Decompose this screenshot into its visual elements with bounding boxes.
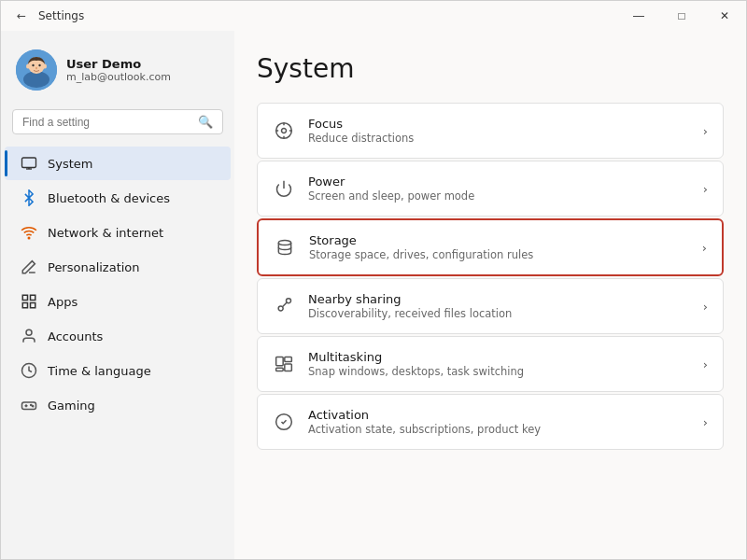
nav-icon-bluetooth (20, 189, 38, 207)
svg-point-16 (26, 329, 32, 335)
nav-label-network: Network & internet (48, 226, 163, 240)
nav-label-time: Time & language (48, 364, 151, 378)
settings-item-nearby-sharing[interactable]: Nearby sharing Discoverability, received… (257, 278, 724, 334)
nav-label-gaming: Gaming (48, 399, 95, 413)
maximize-button[interactable]: □ (660, 1, 703, 31)
settings-icon-power (273, 177, 295, 200)
settings-item-activation[interactable]: Activation Activation state, subscriptio… (257, 394, 724, 450)
settings-title-nearby-sharing: Nearby sharing (308, 292, 690, 306)
nav-icon-personalization (20, 258, 38, 276)
sidebar-item-network[interactable]: Network & internet (5, 216, 231, 249)
settings-item-multitasking[interactable]: Multitasking Snap windows, desktops, tas… (257, 336, 724, 392)
chevron-icon-storage: › (702, 241, 707, 255)
nav-icon-accounts (20, 327, 38, 345)
nav-label-accounts: Accounts (48, 329, 103, 343)
nav-label-personalization: Personalization (48, 260, 140, 274)
user-name: User Demo (66, 57, 171, 71)
svg-rect-15 (31, 303, 35, 308)
svg-rect-36 (285, 364, 292, 371)
settings-desc-multitasking: Snap windows, desktops, task switching (308, 365, 690, 378)
sidebar-item-gaming[interactable]: Gaming (5, 388, 231, 422)
settings-window: ← Settings — □ ✕ (0, 0, 747, 560)
user-profile[interactable]: User Demo m_lab@outlook.com (1, 38, 234, 105)
sidebar-item-time[interactable]: Time & language (5, 354, 231, 387)
sidebar-item-accounts[interactable]: Accounts (5, 319, 231, 353)
nav-icon-system (20, 154, 38, 173)
minimize-button[interactable]: — (617, 1, 660, 31)
sidebar: User Demo m_lab@outlook.com 🔍 System Blu… (1, 31, 234, 559)
settings-desc-activation: Activation state, subscriptions, product… (308, 423, 690, 436)
nav-icon-time (20, 361, 38, 380)
svg-rect-13 (31, 295, 35, 300)
settings-title-multitasking: Multitasking (308, 350, 690, 364)
title-bar: ← Settings — □ ✕ (1, 1, 746, 31)
svg-point-4 (43, 64, 47, 69)
svg-rect-8 (22, 158, 36, 168)
settings-text-focus: Focus Reduce distractions (308, 117, 690, 145)
svg-point-32 (287, 299, 291, 303)
settings-desc-nearby-sharing: Discoverability, received files location (308, 307, 690, 320)
svg-point-3 (26, 64, 30, 69)
settings-desc-power: Screen and sleep, power mode (308, 189, 690, 203)
settings-icon-nearby-sharing (273, 295, 295, 317)
title-bar-left: ← Settings (12, 7, 84, 25)
settings-text-multitasking: Multitasking Snap windows, desktops, tas… (308, 350, 690, 378)
svg-rect-37 (276, 368, 284, 371)
settings-item-focus[interactable]: Focus Reduce distractions › (257, 103, 724, 159)
chevron-icon-power: › (703, 182, 708, 196)
nav-label-system: System (48, 157, 92, 171)
settings-desc-focus: Reduce distractions (308, 132, 690, 145)
chevron-icon-nearby-sharing: › (703, 300, 708, 314)
settings-text-storage: Storage Storage space, drives, configura… (309, 233, 689, 261)
settings-item-storage[interactable]: Storage Storage space, drives, configura… (257, 218, 724, 276)
nav-icon-apps (20, 292, 38, 311)
sidebar-item-bluetooth[interactable]: Bluetooth & devices (5, 181, 231, 215)
search-input[interactable] (22, 116, 192, 129)
svg-rect-34 (276, 357, 284, 366)
sidebar-item-personalization[interactable]: Personalization (5, 250, 231, 284)
settings-list: Focus Reduce distractions › Power Screen… (257, 103, 724, 450)
avatar (16, 49, 57, 91)
back-button[interactable]: ← (12, 7, 31, 25)
settings-icon-focus (273, 119, 295, 142)
main-content: User Demo m_lab@outlook.com 🔍 System Blu… (1, 31, 746, 559)
settings-title-storage: Storage (309, 233, 689, 247)
svg-point-24 (282, 129, 287, 133)
right-content: System Focus Reduce distractions › Power… (234, 31, 746, 559)
svg-point-21 (31, 404, 32, 405)
page-title: System (257, 53, 724, 84)
settings-text-power: Power Screen and sleep, power mode (308, 175, 690, 203)
settings-title-power: Power (308, 175, 690, 189)
nav-label-apps: Apps (48, 295, 78, 309)
settings-text-activation: Activation Activation state, subscriptio… (308, 408, 690, 436)
settings-icon-storage (274, 236, 296, 259)
settings-title-focus: Focus (308, 117, 690, 131)
svg-point-31 (278, 306, 283, 311)
svg-point-6 (38, 64, 40, 66)
nav-icon-network (20, 223, 38, 242)
window-controls: — □ ✕ (617, 1, 746, 31)
user-info: User Demo m_lab@outlook.com (66, 57, 171, 83)
svg-point-7 (35, 67, 37, 69)
svg-line-33 (283, 302, 287, 306)
chevron-icon-multitasking: › (703, 357, 708, 371)
settings-item-power[interactable]: Power Screen and sleep, power mode › (257, 161, 724, 217)
svg-point-5 (32, 64, 34, 66)
search-icon: 🔍 (198, 115, 213, 129)
window-title: Settings (38, 9, 84, 22)
chevron-icon-focus: › (703, 124, 708, 138)
nav-label-bluetooth: Bluetooth & devices (48, 191, 170, 205)
svg-point-30 (278, 241, 290, 245)
sidebar-item-system[interactable]: System (5, 147, 231, 180)
svg-rect-12 (22, 295, 27, 300)
svg-rect-35 (285, 357, 292, 362)
close-button[interactable]: ✕ (703, 1, 746, 31)
svg-rect-14 (22, 303, 27, 308)
settings-title-activation: Activation (308, 408, 690, 422)
chevron-icon-activation: › (703, 415, 708, 429)
search-box[interactable]: 🔍 (12, 109, 223, 134)
user-email: m_lab@outlook.com (66, 71, 171, 83)
sidebar-item-apps[interactable]: Apps (5, 285, 231, 318)
settings-desc-storage: Storage space, drives, configuration rul… (309, 248, 689, 261)
nav-icon-gaming (20, 396, 38, 414)
